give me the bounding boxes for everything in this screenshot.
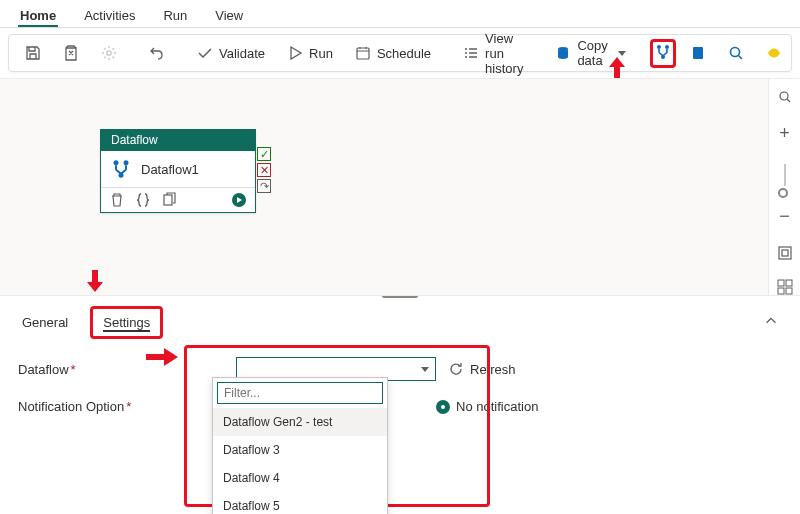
undo-icon <box>149 45 165 61</box>
history-button[interactable]: View run history <box>455 27 531 80</box>
svg-rect-16 <box>778 280 784 286</box>
fit-screen-icon[interactable] <box>777 245 793 261</box>
database-icon <box>555 45 571 61</box>
save-icon <box>25 45 41 61</box>
delete-icon[interactable] <box>109 192 125 208</box>
tab-activities[interactable]: Activities <box>82 4 137 27</box>
toolbar-wrap: Validate Run Schedule View run history C… <box>0 28 800 78</box>
dataflow-activity-node[interactable]: Dataflow Dataflow1 <box>100 129 256 213</box>
minimap-icon[interactable] <box>777 279 793 295</box>
notebook-button[interactable] <box>682 41 714 65</box>
tab-run[interactable]: Run <box>161 4 189 27</box>
braces-icon[interactable] <box>135 192 151 208</box>
discard-button[interactable] <box>55 41 87 65</box>
notebook-icon <box>690 45 706 61</box>
list-icon <box>463 45 479 61</box>
canvas-side-panel: + − <box>768 79 800 295</box>
top-tabbar: Home Activities Run View <box>0 0 800 28</box>
validate-button[interactable]: Validate <box>189 41 273 65</box>
dropdown-option[interactable]: Dataflow 3 <box>213 436 387 464</box>
settings-panel: Dataflow* Refresh Notification Option* N… <box>0 343 800 446</box>
zoom-search-icon[interactable] <box>777 89 793 105</box>
tab-home[interactable]: Home <box>18 4 58 27</box>
dataflow-activity-button[interactable] <box>650 39 676 68</box>
dropdown-option[interactable]: Dataflow 5 <box>213 492 387 514</box>
toolbar: Validate Run Schedule View run history C… <box>8 34 792 72</box>
history-label: View run history <box>485 31 523 76</box>
status-success-icon: ✓ <box>257 147 271 161</box>
copy-label: Copy data <box>577 38 607 68</box>
callout-arrow-down <box>85 267 105 299</box>
svg-point-4 <box>665 45 669 49</box>
svg-rect-15 <box>782 250 788 256</box>
callout-arrow-right <box>146 343 178 375</box>
svg-rect-1 <box>357 48 369 59</box>
copy-icon[interactable] <box>161 192 177 208</box>
run-node-icon[interactable] <box>231 192 247 208</box>
svg-rect-11 <box>164 195 172 205</box>
branch-icon <box>111 159 131 179</box>
zoom-out-button[interactable]: − <box>779 206 790 227</box>
play-icon <box>287 45 303 61</box>
search-button[interactable] <box>720 41 752 65</box>
search-icon <box>728 45 744 61</box>
chevron-down-icon <box>618 51 626 56</box>
save-button[interactable] <box>17 41 49 65</box>
branch-icon <box>655 44 671 60</box>
svg-point-9 <box>124 160 129 165</box>
svg-point-7 <box>730 48 739 57</box>
settings-gear-button[interactable] <box>93 41 125 65</box>
tab-settings[interactable]: Settings <box>90 306 163 339</box>
svg-rect-19 <box>786 288 792 294</box>
undo-button[interactable] <box>141 41 173 65</box>
zoom-in-button[interactable]: + <box>779 123 790 144</box>
svg-rect-6 <box>693 47 703 59</box>
tab-general[interactable]: General <box>18 309 72 336</box>
dropdown-filter-input[interactable] <box>217 382 383 404</box>
validate-label: Validate <box>219 46 265 61</box>
discard-icon <box>63 45 79 61</box>
svg-point-2 <box>558 47 568 51</box>
svg-rect-18 <box>778 288 784 294</box>
copilot-button[interactable] <box>758 41 790 65</box>
calendar-icon <box>355 45 371 61</box>
svg-point-8 <box>114 160 119 165</box>
node-type-label: Dataflow <box>101 129 255 151</box>
status-skip-icon: ↷ <box>257 179 271 193</box>
schedule-button[interactable]: Schedule <box>347 41 439 65</box>
status-fail-icon: ✕ <box>257 163 271 177</box>
notification-label: Notification Option* <box>18 399 158 414</box>
svg-point-13 <box>780 92 788 100</box>
collapse-pane-button[interactable] <box>764 314 782 331</box>
settings-tabbar: General Settings <box>0 298 800 343</box>
svg-point-3 <box>657 45 661 49</box>
dropdown-option[interactable]: Dataflow Gen2 - test <box>213 408 387 436</box>
svg-rect-17 <box>786 280 792 286</box>
dataflow-label: Dataflow* <box>18 362 158 377</box>
copilot-icon <box>766 45 782 61</box>
check-icon <box>197 45 213 61</box>
dropdown-option[interactable]: Dataflow 4 <box>213 464 387 492</box>
node-status-icons: ✓ ✕ ↷ <box>257 147 271 193</box>
pipeline-canvas[interactable]: Dataflow Dataflow1 ✓ ✕ ↷ + − <box>0 78 800 296</box>
dataflow-dropdown: Dataflow Gen2 - test Dataflow 3 Dataflow… <box>212 377 388 514</box>
tab-view[interactable]: View <box>213 4 245 27</box>
schedule-label: Schedule <box>377 46 431 61</box>
node-name: Dataflow1 <box>141 162 199 177</box>
run-button[interactable]: Run <box>279 41 341 65</box>
run-label: Run <box>309 46 333 61</box>
svg-rect-14 <box>779 247 791 259</box>
zoom-slider[interactable] <box>784 164 786 186</box>
gear-icon <box>101 45 117 61</box>
svg-point-0 <box>107 51 111 55</box>
